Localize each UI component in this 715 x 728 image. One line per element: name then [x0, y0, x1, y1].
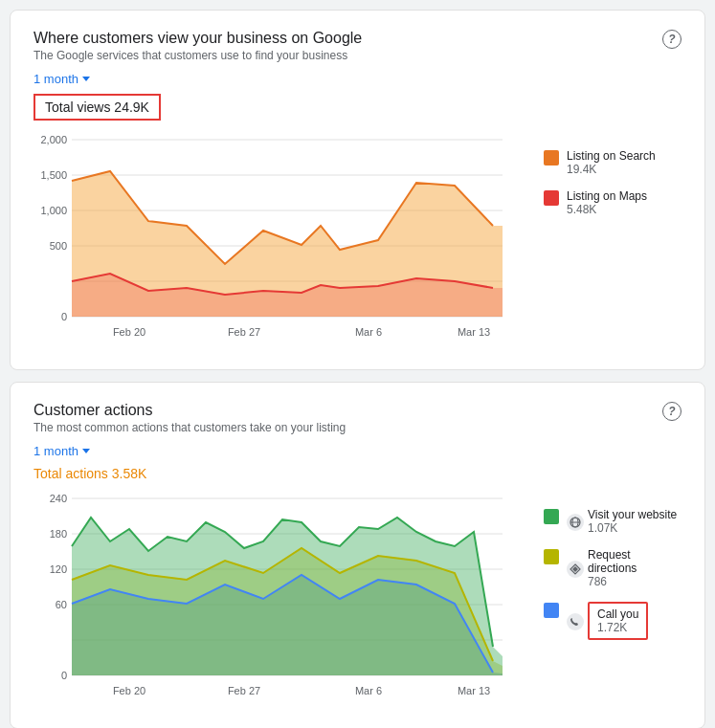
legend-website-icon	[544, 509, 559, 524]
actions-card-header: Customer actions The most common actions…	[34, 402, 681, 434]
svg-text:500: 500	[50, 240, 67, 252]
actions-chart-container: 240 180 120 60 0 Feb 20 Feb	[34, 489, 681, 713]
call-you-highlighted-box: Call you 1.72K	[588, 602, 648, 640]
legend-website-name: Visit your website	[588, 508, 677, 521]
views-period-label: 1 month	[34, 72, 78, 86]
views-card: Where customers view your business on Go…	[10, 10, 705, 370]
views-chart-container: 2,000 1,500 1,000 500 0 Feb 20 Feb 27 Ma…	[34, 130, 681, 354]
legend-maps-value: 5.48K	[567, 203, 647, 216]
views-card-subtitle: The Google services that customers use t…	[34, 49, 681, 62]
views-legend: Listing on Search 19.4K Listing on Maps …	[528, 130, 681, 230]
legend-directions-icon	[544, 549, 559, 564]
legend-website-value: 1.07K	[588, 521, 677, 535]
legend-directions-name: Request directions	[588, 548, 681, 575]
legend-maps-name: Listing on Maps	[567, 189, 647, 203]
legend-call-name: Call you	[597, 607, 638, 621]
actions-period-arrow	[82, 449, 90, 453]
svg-text:Feb 20: Feb 20	[113, 685, 145, 696]
legend-item-maps: Listing on Maps 5.48K	[544, 189, 681, 216]
legend-item-website: Visit your website 1.07K	[544, 508, 681, 535]
svg-text:1,000: 1,000	[40, 205, 67, 216]
svg-text:Mar 6: Mar 6	[355, 326, 382, 338]
views-help-icon[interactable]: ?	[662, 30, 681, 49]
views-period-selector[interactable]: 1 month	[34, 72, 681, 86]
actions-card-title: Customer actions	[34, 402, 681, 419]
legend-item-call: Call you 1.72K	[544, 602, 681, 640]
svg-text:180: 180	[50, 528, 67, 540]
svg-text:1,500: 1,500	[40, 169, 67, 181]
views-card-header: Where customers view your business on Go…	[34, 30, 681, 62]
actions-help-icon[interactable]: ?	[662, 402, 681, 421]
legend-search-icon	[544, 150, 559, 165]
directions-circle-icon	[567, 561, 584, 578]
views-period-arrow	[82, 77, 90, 81]
svg-text:60: 60	[56, 599, 67, 610]
svg-text:Mar 6: Mar 6	[355, 685, 382, 696]
actions-period-selector[interactable]: 1 month	[34, 444, 681, 458]
views-chart: 2,000 1,500 1,000 500 0 Feb 20 Feb 27 Ma…	[34, 130, 528, 354]
legend-item-directions: Request directions 786	[544, 548, 681, 588]
legend-search-value: 19.4K	[567, 163, 656, 176]
views-total-box: Total views 24.9K	[34, 94, 161, 121]
svg-text:Mar 13: Mar 13	[458, 685, 490, 696]
actions-period-label: 1 month	[34, 444, 78, 458]
legend-call-icon	[544, 603, 559, 618]
views-card-title: Where customers view your business on Go…	[34, 30, 681, 47]
website-circle-icon	[567, 514, 584, 531]
svg-text:240: 240	[50, 493, 67, 504]
actions-legend: Visit your website 1.07K Request directi…	[528, 489, 681, 653]
actions-total: Total actions 3.58K	[34, 466, 681, 481]
actions-chart: 240 180 120 60 0 Feb 20 Feb	[34, 489, 528, 713]
svg-text:Feb 27: Feb 27	[228, 326, 260, 338]
legend-search-name: Listing on Search	[567, 149, 656, 163]
svg-text:Feb 20: Feb 20	[113, 326, 145, 338]
svg-text:Feb 27: Feb 27	[228, 685, 260, 696]
svg-text:0: 0	[61, 311, 67, 322]
svg-text:2,000: 2,000	[40, 134, 67, 145]
legend-directions-value: 786	[588, 575, 681, 588]
legend-call-value: 1.72K	[597, 621, 638, 634]
legend-maps-icon	[544, 190, 559, 206]
svg-text:Mar 13: Mar 13	[458, 326, 490, 338]
svg-text:0: 0	[61, 670, 67, 681]
legend-item-search: Listing on Search 19.4K	[544, 149, 681, 176]
svg-text:120: 120	[50, 563, 67, 575]
actions-card-subtitle: The most common actions that customers t…	[34, 421, 681, 434]
actions-card: Customer actions The most common actions…	[10, 382, 705, 728]
call-circle-icon	[567, 613, 584, 630]
